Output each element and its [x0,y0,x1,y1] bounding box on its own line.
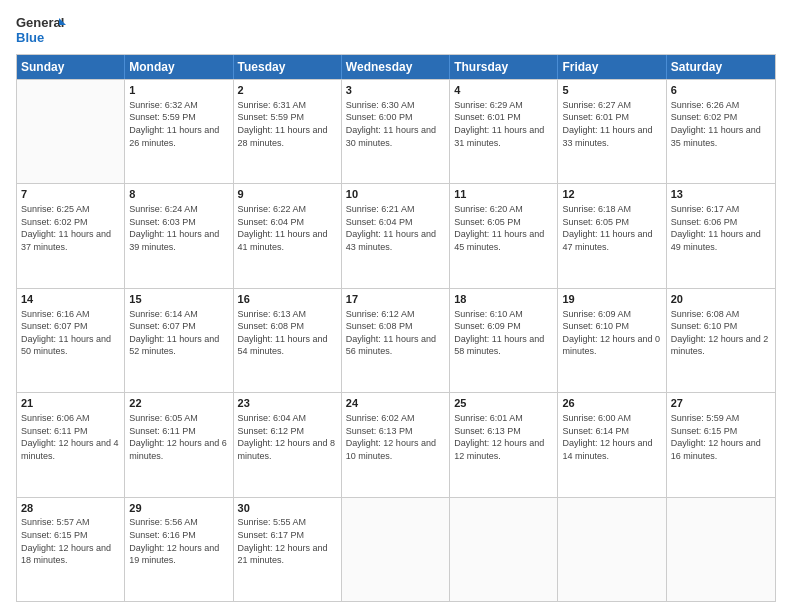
cell-info: Sunrise: 6:08 AMSunset: 6:10 PMDaylight:… [671,308,771,358]
calendar-cell [558,498,666,601]
calendar-cell: 25Sunrise: 6:01 AMSunset: 6:13 PMDayligh… [450,393,558,496]
calendar-cell: 17Sunrise: 6:12 AMSunset: 6:08 PMDayligh… [342,289,450,392]
header-sunday: Sunday [17,55,125,79]
week-row-0: 1Sunrise: 6:32 AMSunset: 5:59 PMDaylight… [17,79,775,183]
cell-info: Sunrise: 6:26 AMSunset: 6:02 PMDaylight:… [671,99,771,149]
calendar-cell: 9Sunrise: 6:22 AMSunset: 6:04 PMDaylight… [234,184,342,287]
day-number: 5 [562,83,661,98]
calendar-cell: 3Sunrise: 6:30 AMSunset: 6:00 PMDaylight… [342,80,450,183]
cell-info: Sunrise: 6:17 AMSunset: 6:06 PMDaylight:… [671,203,771,253]
cell-info: Sunrise: 6:22 AMSunset: 6:04 PMDaylight:… [238,203,337,253]
calendar-cell: 19Sunrise: 6:09 AMSunset: 6:10 PMDayligh… [558,289,666,392]
day-number: 17 [346,292,445,307]
day-number: 24 [346,396,445,411]
cell-info: Sunrise: 6:00 AMSunset: 6:14 PMDaylight:… [562,412,661,462]
calendar-cell: 5Sunrise: 6:27 AMSunset: 6:01 PMDaylight… [558,80,666,183]
calendar-cell: 28Sunrise: 5:57 AMSunset: 6:15 PMDayligh… [17,498,125,601]
cell-info: Sunrise: 5:56 AMSunset: 6:16 PMDaylight:… [129,516,228,566]
cell-info: Sunrise: 6:20 AMSunset: 6:05 PMDaylight:… [454,203,553,253]
day-number: 13 [671,187,771,202]
cell-info: Sunrise: 6:05 AMSunset: 6:11 PMDaylight:… [129,412,228,462]
calendar-cell: 4Sunrise: 6:29 AMSunset: 6:01 PMDaylight… [450,80,558,183]
day-number: 4 [454,83,553,98]
header-monday: Monday [125,55,233,79]
day-number: 7 [21,187,120,202]
cell-info: Sunrise: 6:01 AMSunset: 6:13 PMDaylight:… [454,412,553,462]
cell-info: Sunrise: 6:06 AMSunset: 6:11 PMDaylight:… [21,412,120,462]
day-number: 30 [238,501,337,516]
cell-info: Sunrise: 6:21 AMSunset: 6:04 PMDaylight:… [346,203,445,253]
calendar-cell: 22Sunrise: 6:05 AMSunset: 6:11 PMDayligh… [125,393,233,496]
cell-info: Sunrise: 6:29 AMSunset: 6:01 PMDaylight:… [454,99,553,149]
week-row-3: 21Sunrise: 6:06 AMSunset: 6:11 PMDayligh… [17,392,775,496]
cell-info: Sunrise: 6:25 AMSunset: 6:02 PMDaylight:… [21,203,120,253]
day-number: 22 [129,396,228,411]
week-row-4: 28Sunrise: 5:57 AMSunset: 6:15 PMDayligh… [17,497,775,601]
calendar-cell: 18Sunrise: 6:10 AMSunset: 6:09 PMDayligh… [450,289,558,392]
day-number: 27 [671,396,771,411]
cell-info: Sunrise: 6:04 AMSunset: 6:12 PMDaylight:… [238,412,337,462]
svg-text:General: General [16,15,64,30]
calendar-cell: 14Sunrise: 6:16 AMSunset: 6:07 PMDayligh… [17,289,125,392]
calendar-cell: 23Sunrise: 6:04 AMSunset: 6:12 PMDayligh… [234,393,342,496]
day-number: 12 [562,187,661,202]
calendar-cell: 1Sunrise: 6:32 AMSunset: 5:59 PMDaylight… [125,80,233,183]
day-number: 1 [129,83,228,98]
day-number: 15 [129,292,228,307]
day-number: 9 [238,187,337,202]
cell-info: Sunrise: 6:12 AMSunset: 6:08 PMDaylight:… [346,308,445,358]
day-number: 14 [21,292,120,307]
cell-info: Sunrise: 6:32 AMSunset: 5:59 PMDaylight:… [129,99,228,149]
calendar-header: SundayMondayTuesdayWednesdayThursdayFrid… [17,55,775,79]
svg-text:Blue: Blue [16,30,44,45]
day-number: 11 [454,187,553,202]
week-row-2: 14Sunrise: 6:16 AMSunset: 6:07 PMDayligh… [17,288,775,392]
calendar-cell: 7Sunrise: 6:25 AMSunset: 6:02 PMDaylight… [17,184,125,287]
day-number: 26 [562,396,661,411]
day-number: 28 [21,501,120,516]
header-wednesday: Wednesday [342,55,450,79]
day-number: 20 [671,292,771,307]
day-number: 18 [454,292,553,307]
cell-info: Sunrise: 6:31 AMSunset: 5:59 PMDaylight:… [238,99,337,149]
calendar-cell: 11Sunrise: 6:20 AMSunset: 6:05 PMDayligh… [450,184,558,287]
day-number: 21 [21,396,120,411]
calendar-cell: 8Sunrise: 6:24 AMSunset: 6:03 PMDaylight… [125,184,233,287]
cell-info: Sunrise: 6:27 AMSunset: 6:01 PMDaylight:… [562,99,661,149]
calendar-cell: 10Sunrise: 6:21 AMSunset: 6:04 PMDayligh… [342,184,450,287]
day-number: 29 [129,501,228,516]
calendar-cell [17,80,125,183]
calendar-cell: 2Sunrise: 6:31 AMSunset: 5:59 PMDaylight… [234,80,342,183]
calendar-cell: 21Sunrise: 6:06 AMSunset: 6:11 PMDayligh… [17,393,125,496]
cell-info: Sunrise: 6:16 AMSunset: 6:07 PMDaylight:… [21,308,120,358]
cell-info: Sunrise: 5:55 AMSunset: 6:17 PMDaylight:… [238,516,337,566]
cell-info: Sunrise: 5:59 AMSunset: 6:15 PMDaylight:… [671,412,771,462]
calendar-cell: 30Sunrise: 5:55 AMSunset: 6:17 PMDayligh… [234,498,342,601]
calendar-cell: 24Sunrise: 6:02 AMSunset: 6:13 PMDayligh… [342,393,450,496]
cell-info: Sunrise: 6:10 AMSunset: 6:09 PMDaylight:… [454,308,553,358]
calendar-cell: 29Sunrise: 5:56 AMSunset: 6:16 PMDayligh… [125,498,233,601]
cell-info: Sunrise: 6:14 AMSunset: 6:07 PMDaylight:… [129,308,228,358]
calendar-cell [667,498,775,601]
day-number: 6 [671,83,771,98]
day-number: 3 [346,83,445,98]
cell-info: Sunrise: 6:18 AMSunset: 6:05 PMDaylight:… [562,203,661,253]
cell-info: Sunrise: 6:02 AMSunset: 6:13 PMDaylight:… [346,412,445,462]
cell-info: Sunrise: 6:24 AMSunset: 6:03 PMDaylight:… [129,203,228,253]
calendar-cell: 13Sunrise: 6:17 AMSunset: 6:06 PMDayligh… [667,184,775,287]
logo: GeneralBlue [16,12,68,48]
calendar-cell: 16Sunrise: 6:13 AMSunset: 6:08 PMDayligh… [234,289,342,392]
calendar-cell: 15Sunrise: 6:14 AMSunset: 6:07 PMDayligh… [125,289,233,392]
calendar-body: 1Sunrise: 6:32 AMSunset: 5:59 PMDaylight… [17,79,775,601]
day-number: 10 [346,187,445,202]
day-number: 16 [238,292,337,307]
week-row-1: 7Sunrise: 6:25 AMSunset: 6:02 PMDaylight… [17,183,775,287]
calendar-cell [342,498,450,601]
calendar-cell: 26Sunrise: 6:00 AMSunset: 6:14 PMDayligh… [558,393,666,496]
day-number: 8 [129,187,228,202]
day-number: 23 [238,396,337,411]
header-thursday: Thursday [450,55,558,79]
calendar: SundayMondayTuesdayWednesdayThursdayFrid… [16,54,776,602]
page-header: GeneralBlue [16,12,776,48]
day-number: 25 [454,396,553,411]
